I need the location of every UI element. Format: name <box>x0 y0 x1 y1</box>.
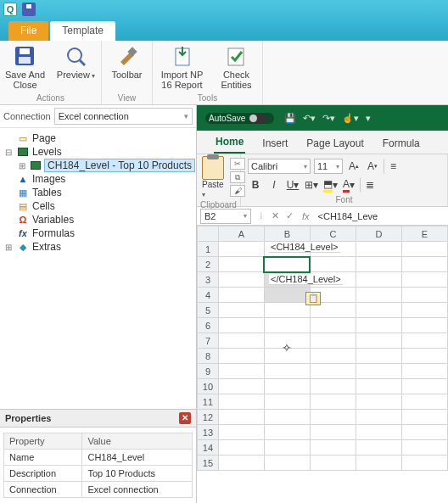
align-group-icon[interactable]: ≡ <box>384 159 399 174</box>
ribbon: Save And Close Preview Actions Toolbar V… <box>0 41 448 105</box>
check-icon <box>223 44 250 68</box>
tab-template[interactable]: Template <box>50 21 115 41</box>
row-header[interactable]: 7 <box>198 333 219 349</box>
variables-icon: Ω <box>16 214 30 226</box>
save-and-close-button[interactable]: Save And Close <box>3 44 48 92</box>
paste-icon <box>202 156 224 180</box>
import-icon <box>169 44 196 68</box>
excel-tab-insert[interactable]: Insert <box>260 132 289 154</box>
bold-button[interactable]: B <box>248 177 263 193</box>
table-row[interactable]: ConnectionExcel connection <box>4 482 193 498</box>
preview-button[interactable]: Preview <box>54 44 98 92</box>
row-header[interactable]: 10 <box>198 379 219 394</box>
row-header[interactable]: 11 <box>198 394 219 410</box>
excel-touch-icon[interactable]: ☝▾ <box>342 113 359 124</box>
row-header[interactable]: 14 <box>198 440 219 455</box>
app-logo-icon[interactable]: Q <box>3 3 17 16</box>
import-np-button[interactable]: Import NP 16 Report <box>157 44 208 92</box>
font-size-select[interactable]: 11 <box>314 159 343 174</box>
check-entities-button[interactable]: Check Entities <box>215 44 259 92</box>
tree-node-formulas[interactable]: fxFormulas <box>3 226 194 240</box>
cells-icon: ▤ <box>16 200 30 212</box>
connection-select[interactable]: Excel connection <box>54 108 193 125</box>
toolbar-button[interactable]: Toolbar <box>105 44 149 92</box>
cell-b2[interactable] <box>264 257 310 272</box>
save-close-label: Save And Close <box>3 70 48 90</box>
fx-cancel-icon[interactable]: ✕ <box>268 210 283 221</box>
row-header[interactable]: 12 <box>198 410 219 425</box>
quick-access-bar: Q <box>0 0 448 19</box>
excel-save-icon[interactable]: 💾 <box>284 113 296 124</box>
spreadsheet-grid[interactable]: A B C D E 1 2 3 4 5 6 7 8 9 10 11 12 13 <box>197 226 448 503</box>
tree-node-page[interactable]: ▭Page <box>3 131 194 145</box>
col-header[interactable]: A <box>218 226 264 242</box>
underline-button[interactable]: U▾ <box>285 177 300 193</box>
tree-node-variables[interactable]: ΩVariables <box>3 213 194 226</box>
tree-node-tables[interactable]: ▦Tables <box>3 186 194 199</box>
paste-options-icon[interactable]: 📋 <box>305 292 321 305</box>
increase-font-button[interactable]: A▴ <box>346 159 361 174</box>
borders-button[interactable]: ⊞▾ <box>304 177 319 193</box>
preview-icon <box>63 44 90 68</box>
ribbon-group-tools: Tools <box>198 92 217 104</box>
row-header[interactable]: 1 <box>198 242 219 257</box>
check-label: Check Entities <box>215 70 259 90</box>
props-col-property: Property <box>4 433 82 450</box>
excel-group-font: Font <box>246 193 442 206</box>
row-header[interactable]: 5 <box>198 303 219 318</box>
name-box[interactable]: B2 <box>200 209 251 224</box>
tree-node-level-item[interactable]: CH184_Level - Top 10 Products <box>17 159 194 172</box>
align-group2-icon[interactable]: ≣ <box>360 177 375 193</box>
save-icon[interactable] <box>22 3 36 16</box>
col-header[interactable]: C <box>310 226 356 242</box>
excel-tab-page-layout[interactable]: Page Layout <box>305 132 365 154</box>
table-row[interactable]: DescriptionTop 10 Products <box>4 466 193 482</box>
tree-node-images[interactable]: ▲Images <box>3 172 194 186</box>
formulas-icon: fx <box>16 227 30 239</box>
row-header[interactable]: 9 <box>198 364 219 379</box>
excel-tabstrip: Home Insert Page Layout Formula <box>197 131 448 154</box>
row-header[interactable]: 4 <box>198 288 219 303</box>
tree-node-levels[interactable]: Levels <box>3 145 194 159</box>
import-label: Import NP 16 Report <box>157 70 208 90</box>
font-name-select[interactable]: Calibri <box>248 159 311 174</box>
italic-button[interactable]: I <box>266 177 282 193</box>
autosave-toggle[interactable]: AutoSave <box>205 113 274 124</box>
excel-tab-formulas[interactable]: Formula <box>381 132 422 154</box>
col-header[interactable]: B <box>264 226 310 242</box>
tree-node-cells[interactable]: ▤Cells <box>3 199 194 213</box>
formula-input[interactable]: <CH184_Leve <box>315 211 448 221</box>
connection-label: Connection <box>3 111 51 121</box>
row-header[interactable]: 3 <box>198 272 219 288</box>
template-tree[interactable]: ▭Page Levels CH184_Level - Top 10 Produc… <box>0 128 196 409</box>
excel-undo-icon[interactable]: ↶▾ <box>303 113 316 124</box>
svg-line-4 <box>80 60 85 65</box>
excel-tab-home[interactable]: Home <box>214 131 245 154</box>
fx-enter-icon[interactable]: ✓ <box>283 210 297 221</box>
table-row[interactable]: NameCH184_Level <box>4 450 193 466</box>
tab-file[interactable]: File <box>8 21 48 41</box>
fill-color-button[interactable]: ⬒▾ <box>322 177 338 193</box>
tree-node-extras[interactable]: ◆Extras <box>3 240 194 254</box>
paste-button[interactable]: Paste <box>202 156 224 198</box>
tables-icon: ▦ <box>16 187 30 198</box>
select-all-corner[interactable] <box>198 226 219 242</box>
row-header[interactable]: 6 <box>198 318 219 333</box>
fx-icon[interactable]: fx <box>297 211 315 221</box>
ribbon-group-view: View <box>118 92 137 104</box>
font-color-button[interactable]: A▾ <box>341 177 356 193</box>
col-header[interactable]: D <box>356 226 401 242</box>
row-header[interactable]: 8 <box>198 349 219 364</box>
col-header[interactable]: E <box>402 226 448 242</box>
row-header[interactable]: 15 <box>198 455 219 471</box>
preview-label: Preview <box>57 70 95 81</box>
excel-titlebar: AutoSave 💾 ↶▾ ↷▾ ☝▾ ▾ <box>197 105 448 131</box>
properties-close-icon[interactable]: ✕ <box>179 412 191 424</box>
decrease-font-button[interactable]: A▾ <box>365 159 380 174</box>
formula-bar: B2 ⁞ ✕ ✓ fx <CH184_Leve <box>197 207 448 226</box>
row-header[interactable]: 13 <box>198 425 219 440</box>
excel-qat-more-icon[interactable]: ▾ <box>366 113 371 124</box>
row-header[interactable]: 2 <box>198 257 219 272</box>
cell-b4[interactable] <box>264 288 310 303</box>
excel-redo-icon[interactable]: ↷▾ <box>322 113 335 124</box>
